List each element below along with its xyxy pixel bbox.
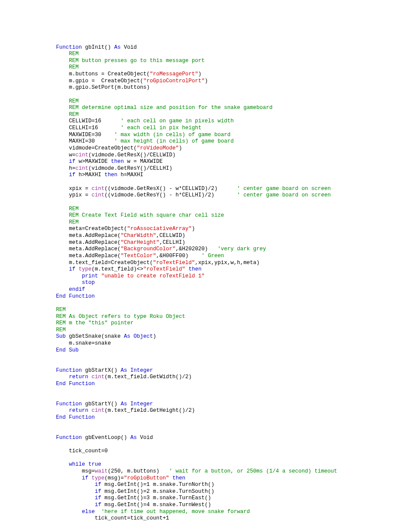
code-token: cint xyxy=(75,165,88,171)
code-line: Function gbStartX() As Integer xyxy=(56,367,394,374)
code-line: m.text_field=CreateObject("roTextField",… xyxy=(56,260,394,267)
code-block: Function gbInit() As Void REM REM button… xyxy=(56,44,394,522)
code-line xyxy=(56,361,394,367)
code-token: REM xyxy=(69,206,79,212)
code-line: if msg.GetInt()=1 m.snake.TurnNorth() xyxy=(56,482,394,488)
code-token: "roVideoMode" xyxy=(137,145,179,151)
code-token: As xyxy=(124,333,131,339)
code-line: vidmode=CreateObject("roVideoMode") xyxy=(56,145,394,152)
code-token: if xyxy=(69,159,75,165)
code-line: m.snake=snake xyxy=(56,340,394,347)
code-line xyxy=(56,199,394,206)
code-token: End Function xyxy=(56,381,95,387)
code-token: cint xyxy=(75,152,88,158)
code-line: REM As Object refers to type Roku Object xyxy=(56,314,394,320)
code-token: if xyxy=(95,488,101,495)
code-token: REM As Object refers to type Roku Object xyxy=(56,314,185,320)
code-line: REM m the "this" pointer xyxy=(56,320,394,327)
code-line: REM xyxy=(56,219,394,226)
code-token: REM Create Text Field with square char c… xyxy=(69,212,224,218)
code-token: Object xyxy=(134,333,153,339)
code-line: End Function xyxy=(56,414,394,421)
code-line xyxy=(56,91,394,98)
code-token: As xyxy=(131,435,137,441)
code-line: return cint(m.text_field.GetWidth()/2) xyxy=(56,374,394,381)
code-line: meta.AddReplace("CharWidth",CELLWID) xyxy=(56,233,394,240)
code-line: REM xyxy=(56,327,394,334)
code-token: while xyxy=(69,461,85,467)
code-line: m.gpio = CreateObject("roGpioControlPort… xyxy=(56,78,394,85)
code-token: else xyxy=(82,509,95,515)
code-line: endif xyxy=(56,286,394,293)
code-token: ' Green xyxy=(202,253,224,259)
code-token: if xyxy=(82,475,88,481)
code-token: return xyxy=(69,408,88,414)
code-token: REM xyxy=(56,307,66,313)
code-token: 'very dark grey xyxy=(218,246,266,252)
code-line: REM Create Text Field with square char c… xyxy=(56,212,394,219)
code-line: stop xyxy=(56,280,394,286)
code-token: As xyxy=(121,367,127,373)
code-line: else 'here if time out happened, move sn… xyxy=(56,509,394,516)
code-line: print "unable to create roTextField 1" xyxy=(56,273,394,280)
code-token: Integer xyxy=(131,367,153,373)
code-token: End Function xyxy=(56,293,95,299)
code-token: if xyxy=(69,266,75,272)
code-line: meta.AddReplace("TextColor",&H00FF00) ' … xyxy=(56,253,394,260)
code-token: cint xyxy=(92,192,105,198)
code-line: REM xyxy=(56,64,394,71)
code-line: REM xyxy=(56,206,394,213)
code-token: wait xyxy=(95,468,108,474)
code-line: meta.AddReplace("CharHeight",CELLHI) xyxy=(56,240,394,246)
code-line: Function gbInit() As Void xyxy=(56,44,394,51)
code-token: stop xyxy=(82,280,95,286)
code-token: REM xyxy=(69,219,79,225)
code-line: msg=wait(250, m.buttons) ' wait for a bu… xyxy=(56,468,394,475)
code-line: m.buttons = CreateObject("roMessagePort"… xyxy=(56,71,394,78)
code-line xyxy=(56,387,394,394)
code-token: REM xyxy=(69,98,79,104)
code-line: m.gpio.SetPort(m.buttons) xyxy=(56,84,394,91)
code-token: then xyxy=(172,475,185,481)
code-line: if h>MAXHI then h=MAXHI xyxy=(56,172,394,179)
code-line: w=cint(vidmode.GetResX()/CELLWID) xyxy=(56,152,394,159)
code-token: cint xyxy=(92,186,105,192)
code-token: then xyxy=(111,159,124,165)
code-token: Function xyxy=(56,44,82,50)
code-token: "roTextField" xyxy=(153,260,195,266)
code-token: then xyxy=(189,266,202,272)
code-line: REM xyxy=(56,112,394,118)
code-token: type xyxy=(92,475,105,481)
code-line: REM xyxy=(56,51,394,58)
code-line xyxy=(56,441,394,448)
code-line: if msg.GetInt()=2 m.snake.TurnSouth() xyxy=(56,488,394,495)
code-line: Function gbEventLoop() As Void xyxy=(56,435,394,442)
code-line: REM determine optimal size and position … xyxy=(56,105,394,112)
code-line: End Function xyxy=(56,381,394,388)
code-token: REM determine optimal size and position … xyxy=(69,105,273,111)
code-line xyxy=(56,300,394,307)
code-token: REM xyxy=(69,112,79,118)
code-line: tick_count=tick_count+1 xyxy=(56,515,394,522)
code-token: "unable to create roTextField 1" xyxy=(101,273,205,279)
code-line: MAXWIDE=30 ' max width (in cells) of gam… xyxy=(56,132,394,139)
code-token: Function xyxy=(56,435,82,441)
code-token: true xyxy=(88,461,101,467)
code-token: if xyxy=(69,172,75,178)
code-token: "TextColor" xyxy=(121,253,156,259)
code-token: End Sub xyxy=(56,347,79,353)
code-token: type xyxy=(79,266,92,272)
code-token: Function xyxy=(56,367,82,373)
code-token: REM xyxy=(56,327,66,333)
code-token: As xyxy=(114,44,121,50)
code-line: REM xyxy=(56,98,394,105)
code-token: ' max width (in cells) of game board xyxy=(114,132,230,138)
code-line: End Sub xyxy=(56,347,394,354)
code-line: xpix = cint((vidmode.GetResX() - w*CELLW… xyxy=(56,186,394,193)
code-line: if msg.GetInt()=4 m.snake.TurnWest() xyxy=(56,502,394,509)
code-line xyxy=(56,394,394,401)
code-line: CELLHI=16 ' each cell in pix height xyxy=(56,125,394,132)
code-token: Integer xyxy=(131,401,153,407)
code-line: Function gbStartY() As Integer xyxy=(56,401,394,408)
code-line: REM button presses go to this message po… xyxy=(56,58,394,65)
